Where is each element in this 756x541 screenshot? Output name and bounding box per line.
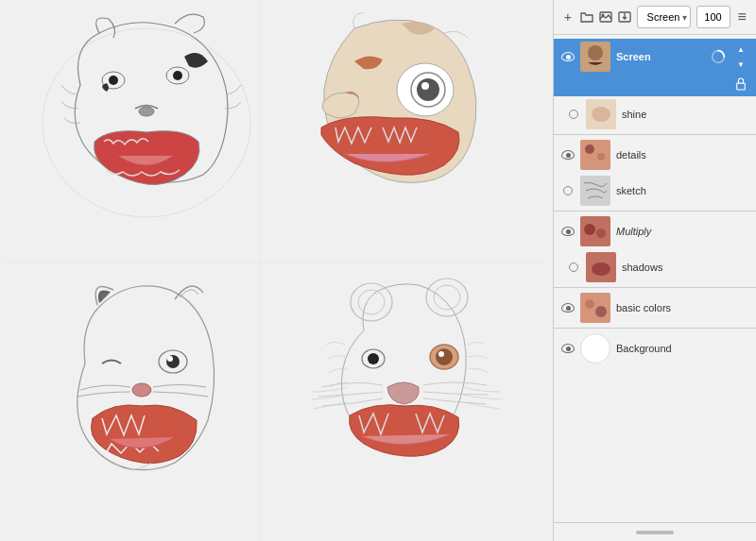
svg-point-46 [595, 306, 607, 317]
background-thumb [580, 333, 610, 363]
screen-thumb [580, 42, 610, 72]
background-visibility[interactable] [559, 340, 576, 357]
multiply-layer-name: Multiply [616, 226, 750, 237]
svg-rect-35 [580, 140, 610, 170]
lock-row [554, 75, 756, 96]
sketch-thumb [580, 176, 610, 206]
opacity-input[interactable] [696, 6, 730, 28]
shadows-layer-row[interactable]: shadows [554, 249, 756, 285]
svg-point-13 [167, 356, 173, 362]
export-button[interactable] [618, 6, 631, 28]
layer-down-button[interactable]: ▼ [731, 58, 750, 71]
svg-point-43 [592, 262, 610, 276]
basic-colors-thumb [580, 293, 610, 323]
shadows-thumb [586, 252, 616, 282]
divider-1 [554, 134, 756, 135]
image-button[interactable] [599, 6, 612, 28]
shine-layer-row[interactable]: shine [554, 96, 756, 132]
add-layer-button[interactable]: + [561, 6, 575, 28]
svg-point-34 [592, 107, 610, 122]
basic-colors-layer-name: basic colors [616, 302, 750, 313]
folder-button[interactable] [580, 6, 593, 28]
layers-list: Screen ▲ ▼ [554, 35, 756, 522]
svg-point-30 [588, 45, 603, 60]
svg-point-22 [436, 348, 453, 365]
toolbar: + Normal Screen Multiply Overl [554, 0, 756, 35]
screen-layer-group: Screen ▲ ▼ [554, 39, 756, 132]
screen-group-header[interactable]: Screen ▲ ▼ [554, 39, 756, 75]
svg-point-6 [139, 107, 154, 116]
svg-point-37 [597, 153, 605, 161]
shine-thumb [586, 99, 616, 129]
svg-point-3 [109, 76, 118, 85]
menu-button[interactable]: ≡ [736, 6, 749, 28]
svg-point-41 [596, 228, 606, 238]
svg-point-9 [417, 78, 439, 101]
basic-colors-eye-icon [561, 303, 575, 313]
background-layer-row[interactable]: Background [554, 330, 756, 366]
screen-visibility[interactable] [559, 48, 576, 65]
details-eye-icon [561, 150, 575, 160]
shine-visibility[interactable] [565, 106, 582, 123]
lock-button[interactable] [731, 75, 750, 93]
multiply-layer-row[interactable]: Multiply [554, 213, 756, 249]
basic-colors-visibility[interactable] [559, 299, 576, 316]
sketch-layer-name: sketch [616, 185, 750, 196]
shine-dot-icon [569, 110, 578, 119]
loading-spinner [709, 47, 728, 66]
shine-layer-name: shine [622, 109, 750, 120]
blend-mode-select[interactable]: Normal Screen Multiply Overlay Soft Ligh… [637, 6, 691, 28]
multiply-thumb [580, 216, 610, 246]
svg-point-14 [132, 383, 151, 397]
shadows-visibility[interactable] [565, 259, 582, 276]
svg-point-45 [585, 299, 594, 309]
sketch-container [0, 0, 553, 541]
background-eye-icon [561, 344, 575, 353]
svg-point-23 [438, 351, 444, 357]
details-visibility[interactable] [559, 146, 576, 163]
divider-3 [554, 287, 756, 288]
svg-point-40 [584, 224, 595, 235]
details-layer-name: details [616, 149, 750, 161]
screen-eye-icon [561, 52, 575, 61]
canvas-area [0, 0, 553, 541]
svg-point-20 [368, 353, 379, 364]
divider-4 [554, 328, 756, 329]
details-thumb [580, 140, 610, 170]
shadows-dot-icon [569, 262, 578, 272]
sketch-layer-row[interactable]: sketch [554, 173, 756, 209]
basic-colors-layer-row[interactable]: basic colors [554, 290, 756, 326]
multiply-visibility[interactable] [559, 223, 576, 240]
layer-actions: ▲ ▼ [731, 42, 750, 71]
bottom-bar [554, 522, 756, 541]
right-panel: + Normal Screen Multiply Overl [553, 0, 756, 541]
resize-handle[interactable] [636, 531, 674, 534]
layer-up-button[interactable]: ▲ [731, 42, 750, 56]
background-layer-name: Background [616, 343, 750, 354]
screen-layer-name: Screen [616, 51, 705, 62]
svg-rect-32 [737, 83, 746, 90]
svg-point-27 [601, 14, 604, 17]
svg-rect-38 [580, 176, 610, 206]
details-layer-row[interactable]: details [554, 137, 756, 173]
svg-point-10 [421, 82, 429, 90]
multiply-eye-icon [561, 227, 575, 236]
svg-point-5 [173, 71, 182, 80]
svg-rect-44 [580, 293, 610, 323]
blend-mode-wrapper: Normal Screen Multiply Overlay Soft Ligh… [637, 6, 691, 28]
sketch-dot-icon [563, 186, 573, 195]
divider-2 [554, 211, 756, 211]
sketch-visibility[interactable] [559, 182, 576, 199]
svg-point-36 [585, 144, 594, 154]
shadows-layer-name: shadows [622, 262, 750, 273]
